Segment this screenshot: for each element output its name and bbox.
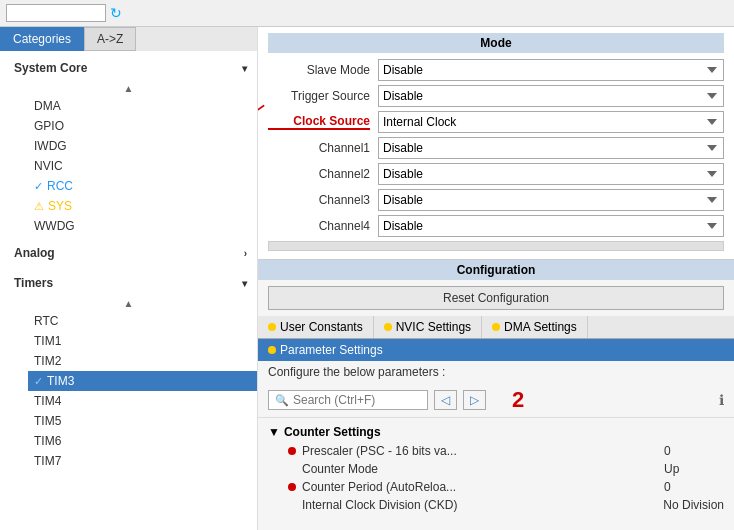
param-prescaler-value: 0 xyxy=(664,444,724,458)
config-title: Configuration xyxy=(258,260,734,280)
section-system-core-header[interactable]: System Core ▾ xyxy=(0,55,257,81)
mode-form: ↙ Slave Mode Disable Trigger Source Disa… xyxy=(268,59,724,237)
tab-atoz[interactable]: A->Z xyxy=(84,27,136,51)
param-prescaler-name: Prescaler (PSC - 16 bits va... xyxy=(302,444,658,458)
trigger-source-label: Trigger Source xyxy=(268,89,378,103)
reset-config-button[interactable]: Reset Configuration xyxy=(268,286,724,310)
channel4-row: Channel4 Disable xyxy=(268,215,724,237)
counter-settings-header[interactable]: ▼ Counter Settings xyxy=(268,422,724,442)
section-analog-header[interactable]: Analog › xyxy=(0,240,257,266)
system-core-items: DMA GPIO IWDG NVIC ✓ RCC xyxy=(0,96,257,236)
param-counter-mode-value: Up xyxy=(664,462,724,476)
tim7-label: TIM7 xyxy=(34,454,61,468)
wwdg-label: WWDG xyxy=(34,219,75,233)
tab-categories[interactable]: Categories xyxy=(0,27,84,51)
param-counter-period-name: Counter Period (AutoReloa... xyxy=(302,480,658,494)
channel1-select[interactable]: Disable xyxy=(378,137,724,159)
param-counter-period-value: 0 xyxy=(664,480,724,494)
param-clock-division-name: Internal Clock Division (CKD) xyxy=(302,498,657,512)
chevron-right-icon: › xyxy=(244,248,247,259)
channel2-label: Channel2 xyxy=(268,167,378,181)
param-bullet-empty-counter-mode xyxy=(288,465,296,473)
scroll-up-arrow-timers[interactable]: ▲ xyxy=(0,296,257,311)
trigger-source-row: Trigger Source Disable xyxy=(268,85,724,107)
warning-icon: ⚠ xyxy=(34,200,44,213)
section-analog: Analog › xyxy=(0,240,257,266)
sidebar-content: System Core ▾ ▲ DMA GPIO IWDG xyxy=(0,51,257,530)
slave-mode-label: Slave Mode xyxy=(268,63,378,77)
search-input[interactable] xyxy=(293,393,413,407)
dot-user-constants xyxy=(268,323,276,331)
sidebar-item-tim1[interactable]: TIM1 xyxy=(28,331,257,351)
rtc-label: RTC xyxy=(34,314,58,328)
clock-source-label: Clock Source xyxy=(268,114,378,130)
tab-nvic-settings-label: NVIC Settings xyxy=(396,320,471,334)
configure-text: Configure the below parameters : xyxy=(258,361,734,383)
tab-dma-settings[interactable]: DMA Settings xyxy=(482,316,588,338)
sidebar-item-tim3[interactable]: ✓ TIM3 xyxy=(28,371,257,391)
sidebar-item-dma[interactable]: DMA xyxy=(28,96,257,116)
check-icon: ✓ xyxy=(34,180,43,193)
channel2-select[interactable]: Disable xyxy=(378,163,724,185)
slave-mode-select[interactable]: Disable xyxy=(378,59,724,81)
sidebar-item-tim5[interactable]: TIM5 xyxy=(28,411,257,431)
tab-user-constants[interactable]: User Constants xyxy=(258,316,374,338)
sidebar-item-gpio[interactable]: GPIO xyxy=(28,116,257,136)
dma-label: DMA xyxy=(34,99,61,113)
sidebar-item-iwdg[interactable]: IWDG xyxy=(28,136,257,156)
channel3-label: Channel3 xyxy=(268,193,378,207)
tim1-label: TIM1 xyxy=(34,334,61,348)
params-content: ▼ Counter Settings Prescaler (PSC - 16 b… xyxy=(258,418,734,530)
dot-param-settings xyxy=(268,346,276,354)
sidebar-item-sys[interactable]: ⚠ SYS xyxy=(28,196,257,216)
mode-title: Mode xyxy=(268,33,724,53)
horizontal-scrollbar[interactable] xyxy=(268,241,724,251)
channel2-row: Channel2 Disable xyxy=(268,163,724,185)
sidebar-item-tim7[interactable]: TIM7 xyxy=(28,451,257,471)
section-timers-label: Timers xyxy=(14,276,53,290)
channel1-label: Channel1 xyxy=(268,141,378,155)
nav-next-button[interactable]: ▷ xyxy=(463,390,486,410)
sidebar-item-tim6[interactable]: TIM6 xyxy=(28,431,257,451)
sidebar-item-rtc[interactable]: RTC xyxy=(28,311,257,331)
trigger-source-select[interactable]: Disable xyxy=(378,85,724,107)
tim5-label: TIM5 xyxy=(34,414,61,428)
channel4-select[interactable]: Disable xyxy=(378,215,724,237)
search-bar: 🔍 ◁ ▷ 2 ℹ xyxy=(258,383,734,418)
tab-nvic-settings[interactable]: NVIC Settings xyxy=(374,316,482,338)
channel3-select[interactable]: Disable xyxy=(378,189,724,211)
scroll-up-arrow[interactable]: ▲ xyxy=(0,81,257,96)
rcc-label: RCC xyxy=(47,179,73,193)
section-system-core: System Core ▾ ▲ DMA GPIO IWDG xyxy=(0,55,257,236)
clock-source-select[interactable]: Internal Clock xyxy=(378,111,724,133)
tim2-label: TIM2 xyxy=(34,354,61,368)
sidebar-item-tim4[interactable]: TIM4 xyxy=(28,391,257,411)
nav-prev-button[interactable]: ◁ xyxy=(434,390,457,410)
sidebar-item-rcc[interactable]: ✓ RCC xyxy=(28,176,257,196)
section-timers-header[interactable]: Timers ▾ xyxy=(0,270,257,296)
search-icon: 🔍 xyxy=(275,394,289,407)
section-system-core-label: System Core xyxy=(14,61,87,75)
section-analog-label: Analog xyxy=(14,246,55,260)
config-tabs: User Constants NVIC Settings DMA Setting… xyxy=(258,316,734,339)
tab-parameter-settings[interactable]: Parameter Settings xyxy=(258,339,734,361)
refresh-icon[interactable]: ↻ xyxy=(110,5,122,21)
nvic-label: NVIC xyxy=(34,159,63,173)
collapse-arrow-icon: ▼ xyxy=(268,425,280,439)
search-top-input[interactable] xyxy=(6,4,106,22)
sidebar-item-nvic[interactable]: NVIC xyxy=(28,156,257,176)
channel3-row: Channel3 Disable xyxy=(268,189,724,211)
param-bullet-empty-clock-div xyxy=(288,501,296,509)
sidebar-item-wwdg[interactable]: WWDG xyxy=(28,216,257,236)
dot-dma-settings xyxy=(492,323,500,331)
param-prescaler-row: Prescaler (PSC - 16 bits va... 0 xyxy=(268,442,724,460)
info-button[interactable]: ℹ xyxy=(719,392,724,408)
timers-items: RTC TIM1 TIM2 ✓ TIM3 TIM4 xyxy=(0,311,257,471)
channel4-label: Channel4 xyxy=(268,219,378,233)
param-bullet-prescaler xyxy=(288,447,296,455)
section-timers: Timers ▾ ▲ RTC TIM1 TIM2 xyxy=(0,270,257,471)
annotation-2: 2 xyxy=(512,387,524,413)
param-counter-mode-row: Counter Mode Up xyxy=(268,460,724,478)
chevron-down-icon: ▾ xyxy=(242,63,247,74)
sidebar-item-tim2[interactable]: TIM2 xyxy=(28,351,257,371)
